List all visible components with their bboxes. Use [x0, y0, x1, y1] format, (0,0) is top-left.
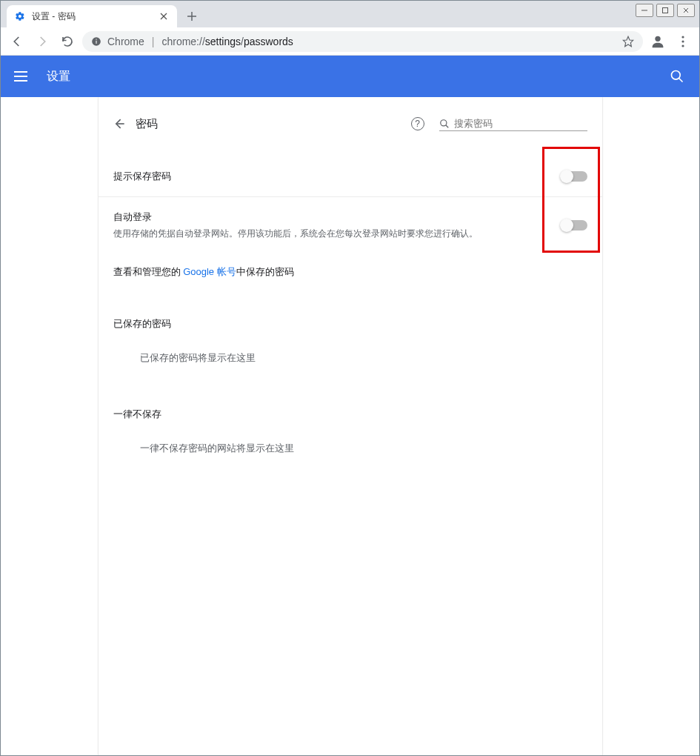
subpage-title: 密码: [136, 117, 411, 131]
browser-toolbar: Chrome | chrome://settings/passwords: [1, 27, 699, 56]
profile-avatar-icon[interactable]: [647, 31, 668, 52]
never-save-section: 一律不保存 一律不保存密码的网站将显示在这里: [99, 385, 602, 476]
saved-passwords-section: 已保存的密码 已保存的密码将显示在这里: [99, 295, 602, 385]
address-bar[interactable]: Chrome | chrome://settings/passwords: [82, 31, 643, 52]
svg-point-14: [681, 40, 684, 42]
subpage-header: 密码 ?: [99, 97, 602, 143]
svg-rect-10: [96, 39, 96, 39]
maximize-button[interactable]: [656, 4, 674, 17]
settings-header: 设置: [1, 56, 699, 97]
svg-point-15: [681, 44, 684, 47]
password-search-input[interactable]: [454, 118, 587, 129]
google-account-link[interactable]: Google 帐号: [183, 266, 236, 277]
auto-signin-desc: 使用存储的凭据自动登录网站。停用该功能后，系统会在您每次登录网站时要求您进行确认…: [113, 227, 499, 240]
password-search-field[interactable]: [439, 116, 587, 131]
svg-rect-9: [96, 40, 96, 43]
url-scheme: Chrome: [107, 36, 144, 47]
auto-signin-row: 自动登录 使用存储的凭据自动登录网站。停用该功能后，系统会在您每次登录网站时要求…: [99, 197, 602, 253]
offer-save-label: 提示保存密码: [113, 170, 561, 183]
svg-marker-11: [623, 36, 633, 46]
saved-passwords-empty: 已保存的密码将显示在这里: [113, 351, 587, 378]
url-text: chrome://settings/passwords: [161, 36, 293, 47]
svg-point-19: [440, 119, 446, 125]
never-save-title: 一律不保存: [113, 408, 587, 421]
tab-title: 设置 - 密码: [32, 10, 158, 23]
site-info-icon[interactable]: [91, 36, 101, 47]
bookmark-star-icon[interactable]: [622, 36, 634, 47]
back-button[interactable]: [7, 31, 27, 52]
close-window-button[interactable]: [677, 4, 695, 17]
reload-button[interactable]: [57, 31, 78, 52]
offer-save-toggle[interactable]: [561, 171, 587, 182]
close-tab-button[interactable]: [158, 10, 170, 22]
search-icon: [439, 119, 450, 129]
saved-passwords-title: 已保存的密码: [113, 317, 587, 331]
auto-signin-toggle[interactable]: [561, 220, 587, 231]
toggle-knob: [560, 219, 573, 232]
auto-signin-label: 自动登录: [113, 210, 561, 224]
settings-title: 设置: [47, 69, 668, 84]
svg-rect-1: [663, 8, 668, 13]
settings-card: 密码 ? 提示保存密码 自动登录 使用存储的凭据自动登录网站。停用该功能后，系统…: [99, 97, 602, 755]
browser-tab[interactable]: 设置 - 密码: [7, 5, 177, 27]
svg-point-13: [681, 36, 684, 38]
svg-point-16: [672, 71, 681, 80]
hamburger-menu-icon[interactable]: [14, 67, 32, 85]
minimize-button[interactable]: [636, 4, 653, 17]
new-tab-button[interactable]: [181, 6, 202, 27]
offer-save-row: 提示保存密码: [99, 156, 602, 197]
settings-search-icon[interactable]: [668, 67, 686, 85]
back-arrow-icon[interactable]: [106, 110, 133, 137]
forward-button[interactable]: [32, 31, 53, 52]
help-icon[interactable]: ?: [411, 117, 424, 130]
svg-point-12: [655, 36, 660, 41]
window-controls: [636, 4, 695, 17]
google-account-link-row: 查看和管理您的 Google 帐号中保存的密码: [99, 253, 602, 295]
svg-line-20: [445, 125, 448, 127]
never-save-empty: 一律不保存密码的网站将显示在这里: [113, 442, 587, 468]
gear-icon: [14, 10, 26, 22]
content-area: 密码 ? 提示保存密码 自动登录 使用存储的凭据自动登录网站。停用该功能后，系统…: [1, 97, 699, 755]
toggle-knob: [560, 170, 573, 183]
kebab-menu-icon[interactable]: [673, 31, 693, 52]
tab-strip: 设置 - 密码: [1, 1, 699, 27]
svg-line-17: [679, 79, 683, 82]
